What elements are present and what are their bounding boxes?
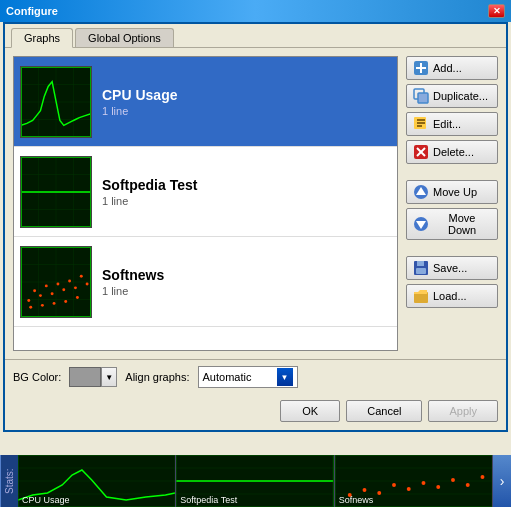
svg-rect-45 [418, 93, 428, 103]
svg-point-28 [51, 292, 54, 295]
load-label: Load... [433, 290, 467, 302]
tab-global-options[interactable]: Global Options [75, 28, 174, 47]
svg-point-34 [86, 282, 89, 285]
cancel-button[interactable]: Cancel [346, 400, 422, 422]
taskbar-stats-label: Stats: [4, 468, 15, 494]
tab-graphs[interactable]: Graphs [11, 28, 73, 48]
graph-thumb-softpedia [20, 156, 92, 228]
graph-item-softnews[interactable]: Softnews 1 line [14, 237, 397, 327]
move-down-label: Move Down [433, 212, 491, 236]
buttons-panel: Add... Duplicate... [406, 56, 498, 351]
align-select-arrow: ▼ [277, 368, 293, 386]
save-button[interactable]: Save... [406, 256, 498, 280]
graph-thumb-softnews [20, 246, 92, 318]
color-preview [69, 367, 101, 387]
window-title: Configure [6, 5, 58, 17]
svg-rect-59 [416, 268, 426, 274]
bg-color-label: BG Color: [13, 371, 61, 383]
add-button[interactable]: Add... [406, 56, 498, 80]
duplicate-icon [413, 88, 429, 104]
svg-point-81 [421, 481, 425, 485]
graph-info-cpu: CPU Usage 1 line [102, 87, 177, 117]
taskbar-stats: Stats: [0, 455, 18, 507]
color-dropdown-btn[interactable]: ▼ [101, 367, 117, 387]
delete-button[interactable]: Delete... [406, 140, 498, 164]
content-area: CPU Usage 1 line [5, 48, 506, 359]
graph-list[interactable]: CPU Usage 1 line [13, 56, 398, 351]
apply-button[interactable]: Apply [428, 400, 498, 422]
graph-title-softnews: Softnews [102, 267, 164, 283]
delete-icon [413, 144, 429, 160]
svg-point-35 [29, 305, 32, 308]
taskbar-graph-softpedia[interactable]: Softpedia Test [176, 455, 334, 507]
configure-dialog: Graphs Global Options [3, 22, 508, 432]
graph-subtitle-softnews: 1 line [102, 285, 164, 297]
close-button[interactable]: ✕ [488, 4, 505, 18]
svg-point-24 [27, 299, 30, 302]
add-label: Add... [433, 62, 462, 74]
align-label: Align graphs: [125, 371, 189, 383]
svg-point-85 [480, 475, 484, 479]
svg-rect-58 [417, 261, 424, 266]
svg-point-84 [465, 483, 469, 487]
svg-point-31 [68, 279, 71, 282]
graph-info-softpedia: Softpedia Test 1 line [102, 177, 197, 207]
svg-point-78 [377, 491, 381, 495]
svg-point-30 [62, 288, 65, 291]
duplicate-button[interactable]: Duplicate... [406, 84, 498, 108]
taskbar-arrow[interactable]: › [493, 455, 511, 507]
taskbar-graph-cpu[interactable]: CPU Usage [18, 455, 176, 507]
svg-point-33 [80, 274, 83, 277]
options-bar: BG Color: ▼ Align graphs: Automatic ▼ [5, 359, 506, 394]
taskbar-graph-cpu-label: CPU Usage [22, 495, 70, 505]
taskbar: Stats: CPU Usage Soft [0, 455, 511, 507]
btn-spacer-2 [406, 244, 498, 252]
graph-subtitle-cpu: 1 line [102, 105, 177, 117]
graph-item-softpedia[interactable]: Softpedia Test 1 line [14, 147, 397, 237]
dialog-buttons: OK Cancel Apply [5, 394, 506, 430]
svg-point-25 [33, 289, 36, 292]
svg-point-82 [436, 485, 440, 489]
taskbar-graph-softnews-label: Sofnews [339, 495, 374, 505]
graph-title-cpu: CPU Usage [102, 87, 177, 103]
graph-subtitle-softpedia: 1 line [102, 195, 197, 207]
move-down-button[interactable]: Move Down [406, 208, 498, 240]
title-bar: Configure ✕ [0, 0, 511, 22]
add-icon [413, 60, 429, 76]
edit-label: Edit... [433, 118, 461, 130]
taskbar-graphs: CPU Usage Softpedia Test [18, 455, 493, 507]
move-up-button[interactable]: Move Up [406, 180, 498, 204]
edit-icon [413, 116, 429, 132]
svg-point-80 [406, 487, 410, 491]
load-button[interactable]: Load... [406, 284, 498, 308]
taskbar-graph-softpedia-label: Softpedia Test [180, 495, 237, 505]
duplicate-label: Duplicate... [433, 90, 488, 102]
color-row: ▼ [69, 367, 117, 387]
svg-point-36 [41, 303, 44, 306]
svg-point-79 [392, 483, 396, 487]
ok-button[interactable]: OK [280, 400, 340, 422]
graph-title-softpedia: Softpedia Test [102, 177, 197, 193]
svg-point-26 [39, 294, 42, 297]
align-select[interactable]: Automatic ▼ [198, 366, 298, 388]
edit-button[interactable]: Edit... [406, 112, 498, 136]
load-icon [413, 288, 429, 304]
taskbar-graph-softnews[interactable]: Sofnews [335, 455, 493, 507]
svg-point-29 [56, 282, 59, 285]
svg-point-27 [45, 284, 48, 287]
title-bar-controls: ✕ [488, 4, 505, 18]
svg-point-39 [76, 296, 79, 299]
svg-point-32 [74, 286, 77, 289]
move-up-label: Move Up [433, 186, 477, 198]
save-label: Save... [433, 262, 467, 274]
svg-point-83 [451, 478, 455, 482]
delete-label: Delete... [433, 146, 474, 158]
graph-item-cpu[interactable]: CPU Usage 1 line [14, 57, 397, 147]
svg-point-37 [53, 301, 56, 304]
svg-point-77 [362, 488, 366, 492]
svg-point-38 [64, 299, 67, 302]
align-select-value: Automatic [203, 371, 273, 383]
move-up-icon [413, 184, 429, 200]
btn-spacer-1 [406, 168, 498, 176]
tab-bar: Graphs Global Options [5, 24, 506, 48]
